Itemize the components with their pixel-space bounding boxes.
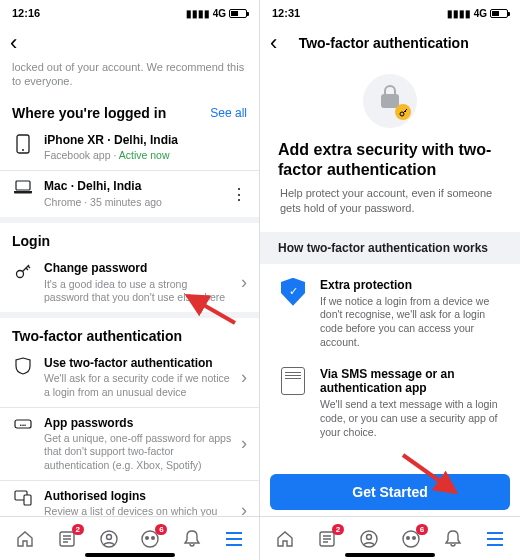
hero-title: Add extra security with two-factor authe… [278,140,502,180]
nav-bar: ‹ Two-factor authentication [260,26,520,60]
get-started-button[interactable]: Get Started [270,474,510,510]
tab-notifications[interactable] [181,528,203,550]
tab-profile[interactable] [358,528,380,550]
status-bar: 12:16 ▮▮▮▮ 4G [0,0,259,26]
feature-extra-protection: ✓ Extra protection If we notice a login … [260,264,520,354]
svg-rect-7 [24,495,31,505]
tab-feed[interactable]: 2 [56,528,78,550]
svg-point-10 [106,534,111,539]
how-it-works-header: How two-factor authentication works [260,232,520,264]
network-label: 4G [213,8,226,19]
session-title: Mac · Delhi, India [44,179,225,195]
chevron-right-icon: › [241,500,247,516]
svg-rect-2 [16,181,30,190]
content-scroll[interactable]: locked out of your account. We recommend… [0,60,259,516]
use-tfa-row[interactable]: Use two-factor authentication We'll ask … [0,348,259,407]
session-sub: Chrome · 35 minutes ago [44,196,225,209]
status-time: 12:16 [12,7,40,19]
shield-icon: ✓ [278,278,308,350]
status-right: ▮▮▮▮ 4G [186,8,247,19]
key-icon [12,262,34,280]
lock-illustration [363,74,417,128]
badge: 6 [155,524,167,535]
badge: 2 [332,524,344,535]
login-header: Login [0,223,259,253]
back-button[interactable]: ‹ [10,30,17,56]
devices-icon [12,490,34,506]
session-row-mac[interactable]: Mac · Delhi, India Chrome · 35 minutes a… [0,170,259,217]
truncated-prev-text: locked out of your account. We recommend… [0,60,259,95]
status-right: ▮▮▮▮ 4G [447,8,508,19]
svg-text:•••: ••• [20,421,26,427]
nav-title: Two-factor authentication [260,35,510,51]
tab-menu[interactable] [223,528,245,550]
phone-icon [12,134,34,154]
status-time: 12:31 [272,7,300,19]
svg-point-13 [151,536,155,540]
tab-profile[interactable] [98,528,120,550]
tfa-intro-screen: 12:31 ▮▮▮▮ 4G ‹ Two-factor authenticatio… [260,0,520,560]
password-icon: ••• [12,417,34,431]
svg-point-1 [22,149,24,151]
session-row-iphone[interactable]: iPhone XR · Delhi, India Facebook app · … [0,125,259,171]
battery-icon [229,9,247,18]
svg-point-3 [17,271,24,278]
home-indicator [85,553,175,557]
app-passwords-row[interactable]: ••• App passwords Get a unique, one-off … [0,407,259,480]
session-title: iPhone XR · Delhi, India [44,133,247,149]
chevron-right-icon: › [241,367,247,388]
hero: Add extra security with two-factor authe… [260,60,520,220]
chevron-right-icon: › [241,272,247,293]
svg-point-20 [412,536,416,540]
signal-icon: ▮▮▮▮ [186,8,210,19]
laptop-icon [12,180,34,194]
tab-groups[interactable]: 6 [400,528,422,550]
tab-feed[interactable]: 2 [316,528,338,550]
tab-notifications[interactable] [442,528,464,550]
signal-icon: ▮▮▮▮ [447,8,471,19]
session-sub: Facebook app · Active now [44,149,247,162]
see-all-link[interactable]: See all [210,106,247,120]
security-settings-screen: 12:16 ▮▮▮▮ 4G ‹ locked out of your accou… [0,0,260,560]
change-password-row[interactable]: Change password It's a good idea to use … [0,253,259,312]
sms-icon [278,367,308,439]
tab-menu[interactable] [484,528,506,550]
home-indicator [345,553,435,557]
hero-subtitle: Help protect your account, even if someo… [278,186,502,216]
sessions-header: Where you're logged in See all [0,95,259,125]
content: Add extra security with two-factor authe… [260,60,520,516]
shield-icon [12,357,34,375]
status-bar: 12:31 ▮▮▮▮ 4G [260,0,520,26]
tab-home[interactable] [274,528,296,550]
tab-home[interactable] [14,528,36,550]
nav-bar: ‹ [0,26,259,60]
svg-point-12 [145,536,149,540]
feature-sms-app: Via SMS message or an authentication app… [260,353,520,443]
svg-point-19 [406,536,410,540]
badge: 6 [416,524,428,535]
key-icon [395,104,411,120]
network-label: 4G [474,8,487,19]
svg-point-17 [367,534,372,539]
badge: 2 [72,524,84,535]
chevron-right-icon: › [241,433,247,454]
battery-icon [490,9,508,18]
authorised-logins-row[interactable]: Authorised logins Review a list of devic… [0,480,259,516]
more-icon[interactable]: ⋮ [231,185,247,204]
tab-groups[interactable]: 6 [139,528,161,550]
tfa-header: Two-factor authentication [0,318,259,348]
sessions-title: Where you're logged in [12,105,166,121]
